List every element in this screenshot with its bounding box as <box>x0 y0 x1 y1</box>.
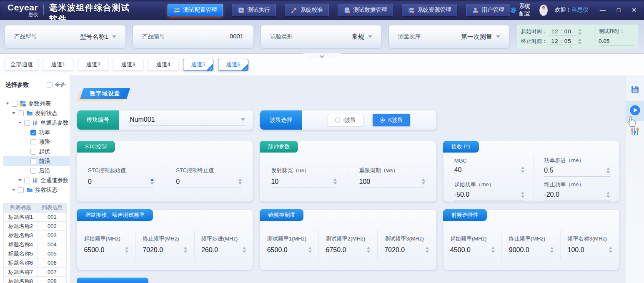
param-field-value[interactable]: 7020.0 <box>143 246 163 254</box>
avatar[interactable] <box>539 5 548 16</box>
stepper[interactable] <box>606 192 610 198</box>
stepper[interactable] <box>521 167 524 173</box>
select-all-control[interactable]: 全选 <box>47 81 65 89</box>
stepper[interactable] <box>184 247 187 253</box>
param-field-value[interactable]: 7020.0 <box>384 246 405 254</box>
param-field-value[interactable]: 6500.0 <box>84 246 104 254</box>
table-row[interactable]: 标题名称8008 <box>4 277 67 283</box>
param-field-value[interactable]: 100 <box>359 178 371 185</box>
param-field-value[interactable]: 40 <box>454 166 462 174</box>
tree-checkbox[interactable] <box>18 187 24 193</box>
param-field-value[interactable]: 9000.0 <box>509 246 529 254</box>
channel-tab-4[interactable]: 通道4 <box>148 59 178 71</box>
tree-item-2[interactable]: 单通道参数 <box>3 118 70 128</box>
filter-field-select[interactable]: 型号名称1 <box>80 33 116 41</box>
tree-checkbox[interactable] <box>24 178 30 183</box>
table-row[interactable]: 标题名称3003 <box>4 231 67 240</box>
tree-item-3[interactable]: 功率 <box>3 128 70 137</box>
nav-item-5[interactable]: 用户管理 <box>466 4 510 16</box>
param-field-value[interactable]: -20.0 <box>544 191 559 198</box>
stepper[interactable] <box>238 178 242 185</box>
param-field-value[interactable]: 4500.0 <box>450 246 471 254</box>
table-row[interactable]: 标题名称7007 <box>4 268 67 277</box>
filter-field-select[interactable]: 第一次测量 <box>461 33 500 41</box>
tree-item-9[interactable]: 接收状态 <box>3 185 70 195</box>
tree-item-1[interactable]: 发射状态 <box>3 108 70 118</box>
tree-checkbox[interactable] <box>30 158 36 164</box>
nav-item-2[interactable]: 系统校准 <box>285 4 329 16</box>
table-row[interactable]: 标题名称5005 <box>4 249 67 258</box>
nav-item-1[interactable]: 测试执行 <box>232 4 276 16</box>
maximize-button[interactable]: □ <box>617 7 620 13</box>
tree-checkbox[interactable] <box>30 130 36 135</box>
stepper[interactable] <box>550 247 554 253</box>
param-field-value[interactable]: -50.0 <box>454 191 469 198</box>
system-config-button[interactable]: 系统配置 <box>510 3 532 18</box>
nav-item-0[interactable]: 测试配置管理 <box>168 4 223 16</box>
close-button[interactable]: ✕ <box>631 7 636 13</box>
tree-checkbox[interactable] <box>30 139 36 145</box>
channel-tab-5[interactable]: 通道5 ✓ <box>183 59 213 71</box>
channel-tab-6[interactable]: 通道6 ✓ <box>218 59 248 71</box>
stepper[interactable] <box>308 247 312 253</box>
stepper[interactable] <box>521 192 524 198</box>
table-row[interactable]: 标题名称1001 <box>4 213 67 222</box>
band-option-1[interactable]: K波段 <box>373 114 410 126</box>
expander-icon[interactable] <box>18 122 22 124</box>
param-field-value[interactable]: 100.0 <box>568 246 584 254</box>
expander-icon[interactable] <box>12 189 15 191</box>
table-row[interactable]: 标题名称6006 <box>4 258 67 268</box>
nav-item-3[interactable]: 测试数据管理 <box>338 4 393 16</box>
param-field-value[interactable]: 0.5 <box>544 167 553 174</box>
param-field-value[interactable]: 10 <box>271 178 278 185</box>
end-time-stepper[interactable] <box>578 38 581 45</box>
stepper[interactable] <box>606 168 610 174</box>
tree-item-5[interactable]: 起伏 <box>3 147 70 156</box>
param-field-value[interactable]: 6750.0 <box>326 246 346 254</box>
tree-checkbox[interactable] <box>30 149 36 155</box>
tree-item-8[interactable]: 全通道参数 <box>3 175 70 185</box>
param-field-value[interactable]: 0 <box>176 178 180 185</box>
rail-button-rail-sliders[interactable] <box>626 123 644 140</box>
channel-tab-0[interactable]: 全部通道 <box>5 59 38 71</box>
module-number-select[interactable]: Num001 <box>130 114 245 126</box>
band-option-0[interactable]: I波段 <box>328 114 364 126</box>
stepper[interactable] <box>422 178 425 185</box>
tree-checkbox[interactable] <box>18 110 24 116</box>
tree-checkbox[interactable] <box>30 168 36 174</box>
stepper[interactable] <box>150 178 154 185</box>
tree-item-0[interactable]: 参数列表 <box>3 99 70 108</box>
nav-item-4[interactable]: 系统资源管理 <box>402 4 457 16</box>
param-field-value[interactable]: 260.0 <box>201 246 218 254</box>
expander-icon[interactable] <box>12 112 15 114</box>
rail-button-save[interactable] <box>626 81 644 99</box>
filter-field-input[interactable]: 0001 <box>182 33 244 41</box>
tree-item-6[interactable]: 前沿 <box>3 156 70 166</box>
minimize-button[interactable]: — <box>600 7 606 13</box>
channel-tab-1[interactable]: 通道1 <box>43 59 73 71</box>
filter-field-select[interactable]: 常规 <box>352 33 372 41</box>
param-field-value[interactable]: 0 <box>88 178 92 185</box>
channel-tab-3[interactable]: 通道3 <box>113 59 143 71</box>
stepper[interactable] <box>333 178 337 185</box>
expander-icon[interactable] <box>6 103 9 105</box>
rail-button-play[interactable] <box>626 101 644 121</box>
stepper[interactable] <box>426 247 429 253</box>
table-row[interactable]: 标题名称2002 <box>4 222 67 231</box>
tree-checkbox[interactable] <box>12 101 18 107</box>
expander-icon[interactable] <box>18 179 22 181</box>
end-time-value[interactable]: 12 : 05 <box>549 38 576 45</box>
table-row[interactable]: 标题名称4004 <box>4 240 67 249</box>
stepper[interactable] <box>491 247 495 253</box>
tree-item-7[interactable]: 后沿 <box>3 166 70 175</box>
stepper[interactable] <box>243 247 246 253</box>
stepper[interactable] <box>609 247 612 253</box>
tree-item-4[interactable]: 顶降 <box>3 137 70 147</box>
param-field-value[interactable]: 6500.0 <box>267 246 288 254</box>
stepper[interactable] <box>125 247 128 253</box>
start-time-value[interactable]: 12 : 00 <box>549 28 576 35</box>
tree-checkbox[interactable] <box>24 120 30 126</box>
stepper[interactable] <box>367 247 370 253</box>
channel-tab-2[interactable]: 通道2 <box>78 59 108 71</box>
start-time-stepper[interactable] <box>578 29 581 35</box>
